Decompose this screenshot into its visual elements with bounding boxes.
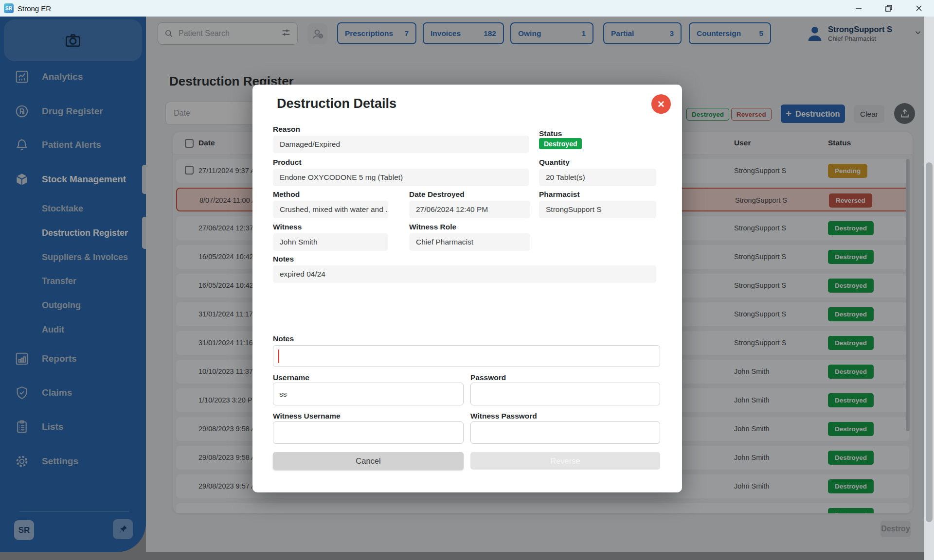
method-value: Crushed, mixed with water and ... [273, 201, 388, 218]
form-notes-label: Notes [273, 334, 294, 343]
status-badge: Destroyed [539, 138, 582, 149]
restore-button[interactable] [874, 0, 904, 17]
quantity-label: Quantity [539, 158, 570, 167]
window-scrollbar[interactable] [924, 17, 934, 560]
witness-value: John Smith [273, 233, 388, 251]
product-value: Endone OXYCODONE 5 mg (Tablet) [273, 169, 529, 186]
reason-value: Damaged/Expired [273, 136, 529, 153]
window-title: Strong ER [18, 4, 51, 13]
notes-input[interactable] [273, 345, 660, 367]
minimize-button[interactable] [844, 0, 874, 17]
date-destroyed-value: 27/06/2024 12:40 PM [409, 201, 530, 218]
username-input[interactable] [273, 383, 464, 405]
modal-title: Destruction Details [277, 96, 396, 111]
date-destroyed-label: Date Destroyed [409, 190, 465, 199]
method-label: Method [273, 190, 300, 199]
pharmacist-value: StrongSupport S [539, 201, 656, 218]
reverse-button[interactable]: Reverse [470, 452, 660, 470]
modal-close-button[interactable]: ✕ [651, 94, 671, 114]
username-label: Username [273, 373, 309, 382]
pharmacist-label: Pharmacist [539, 190, 580, 199]
witness-role-label: Witness Role [409, 223, 456, 231]
restore-icon [885, 5, 892, 12]
app-logo-icon: SR [4, 3, 14, 13]
destruction-details-modal: Destruction Details ✕ Reason Damaged/Exp… [252, 85, 682, 492]
witness-label: Witness [273, 223, 302, 231]
notes-value: expired 04/24 [273, 265, 656, 283]
cancel-button[interactable]: Cancel [273, 452, 464, 470]
quantity-value: 20 Tablet(s) [539, 169, 656, 186]
status-label: Status [539, 129, 562, 138]
close-window-icon [916, 5, 922, 12]
witness-role-value: Chief Pharmacist [409, 233, 530, 251]
window-titlebar: SR Strong ER [0, 0, 934, 17]
app-window: Analytics Drug Register Patient Alerts S… [0, 17, 934, 560]
witness-password-label: Witness Password [470, 412, 537, 420]
password-label: Password [470, 373, 506, 382]
close-window-button[interactable] [904, 0, 934, 17]
reason-label: Reason [273, 125, 300, 134]
witness-username-label: Witness Username [273, 412, 341, 420]
close-icon: ✕ [657, 99, 665, 110]
text-cursor [278, 350, 279, 363]
product-label: Product [273, 158, 302, 167]
witness-username-input[interactable] [273, 421, 464, 444]
notes-label: Notes [273, 255, 294, 263]
witness-password-input[interactable] [470, 421, 660, 444]
password-input[interactable] [470, 383, 660, 405]
minimize-icon [855, 5, 862, 12]
window-scrollbar-thumb[interactable] [926, 162, 933, 522]
